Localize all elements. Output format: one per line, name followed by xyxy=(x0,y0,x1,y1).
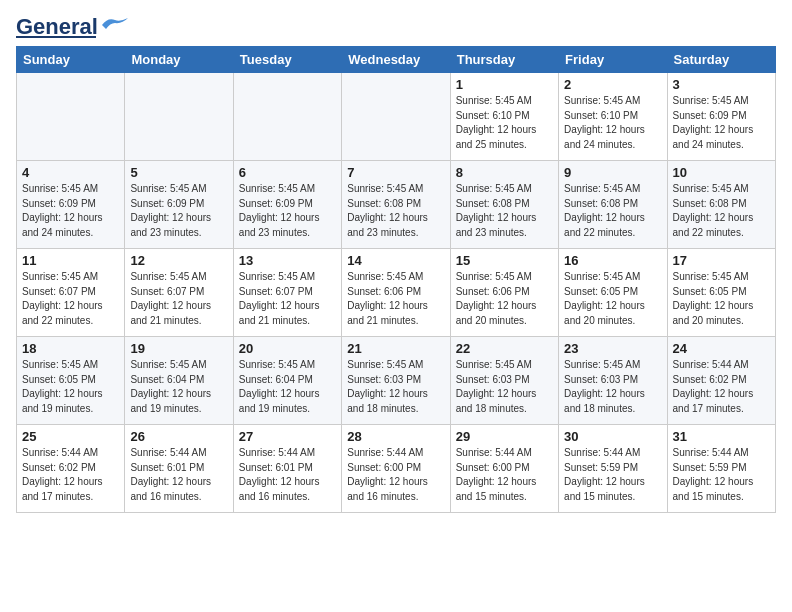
day-cell-24: 24Sunrise: 5:44 AM Sunset: 6:02 PM Dayli… xyxy=(667,337,775,425)
day-cell-2: 2Sunrise: 5:45 AM Sunset: 6:10 PM Daylig… xyxy=(559,73,667,161)
weekday-header-sunday: Sunday xyxy=(17,47,125,73)
day-info: Sunrise: 5:45 AM Sunset: 6:09 PM Dayligh… xyxy=(673,94,770,152)
page-header: General xyxy=(16,16,776,38)
day-cell-3: 3Sunrise: 5:45 AM Sunset: 6:09 PM Daylig… xyxy=(667,73,775,161)
logo-general: General xyxy=(16,16,98,38)
day-cell-31: 31Sunrise: 5:44 AM Sunset: 5:59 PM Dayli… xyxy=(667,425,775,513)
day-cell-27: 27Sunrise: 5:44 AM Sunset: 6:01 PM Dayli… xyxy=(233,425,341,513)
day-number: 3 xyxy=(673,77,770,92)
day-number: 7 xyxy=(347,165,444,180)
day-cell-21: 21Sunrise: 5:45 AM Sunset: 6:03 PM Dayli… xyxy=(342,337,450,425)
day-cell-11: 11Sunrise: 5:45 AM Sunset: 6:07 PM Dayli… xyxy=(17,249,125,337)
day-info: Sunrise: 5:45 AM Sunset: 6:07 PM Dayligh… xyxy=(130,270,227,328)
week-row-5: 25Sunrise: 5:44 AM Sunset: 6:02 PM Dayli… xyxy=(17,425,776,513)
day-number: 12 xyxy=(130,253,227,268)
weekday-header-row: SundayMondayTuesdayWednesdayThursdayFrid… xyxy=(17,47,776,73)
day-cell-10: 10Sunrise: 5:45 AM Sunset: 6:08 PM Dayli… xyxy=(667,161,775,249)
day-cell-1: 1Sunrise: 5:45 AM Sunset: 6:10 PM Daylig… xyxy=(450,73,558,161)
day-cell-29: 29Sunrise: 5:44 AM Sunset: 6:00 PM Dayli… xyxy=(450,425,558,513)
day-info: Sunrise: 5:45 AM Sunset: 6:05 PM Dayligh… xyxy=(673,270,770,328)
day-number: 29 xyxy=(456,429,553,444)
week-row-2: 4Sunrise: 5:45 AM Sunset: 6:09 PM Daylig… xyxy=(17,161,776,249)
day-number: 14 xyxy=(347,253,444,268)
day-number: 1 xyxy=(456,77,553,92)
empty-cell xyxy=(342,73,450,161)
day-info: Sunrise: 5:45 AM Sunset: 6:05 PM Dayligh… xyxy=(564,270,661,328)
day-info: Sunrise: 5:44 AM Sunset: 5:59 PM Dayligh… xyxy=(564,446,661,504)
day-info: Sunrise: 5:44 AM Sunset: 6:00 PM Dayligh… xyxy=(347,446,444,504)
day-number: 19 xyxy=(130,341,227,356)
day-info: Sunrise: 5:45 AM Sunset: 6:08 PM Dayligh… xyxy=(673,182,770,240)
weekday-header-saturday: Saturday xyxy=(667,47,775,73)
day-info: Sunrise: 5:45 AM Sunset: 6:08 PM Dayligh… xyxy=(564,182,661,240)
weekday-header-monday: Monday xyxy=(125,47,233,73)
day-cell-23: 23Sunrise: 5:45 AM Sunset: 6:03 PM Dayli… xyxy=(559,337,667,425)
day-info: Sunrise: 5:45 AM Sunset: 6:09 PM Dayligh… xyxy=(239,182,336,240)
day-number: 2 xyxy=(564,77,661,92)
day-number: 18 xyxy=(22,341,119,356)
day-number: 30 xyxy=(564,429,661,444)
day-number: 16 xyxy=(564,253,661,268)
weekday-header-thursday: Thursday xyxy=(450,47,558,73)
day-info: Sunrise: 5:44 AM Sunset: 6:02 PM Dayligh… xyxy=(673,358,770,416)
day-number: 20 xyxy=(239,341,336,356)
day-number: 23 xyxy=(564,341,661,356)
day-info: Sunrise: 5:44 AM Sunset: 6:02 PM Dayligh… xyxy=(22,446,119,504)
day-cell-9: 9Sunrise: 5:45 AM Sunset: 6:08 PM Daylig… xyxy=(559,161,667,249)
day-info: Sunrise: 5:45 AM Sunset: 6:07 PM Dayligh… xyxy=(22,270,119,328)
day-cell-30: 30Sunrise: 5:44 AM Sunset: 5:59 PM Dayli… xyxy=(559,425,667,513)
day-info: Sunrise: 5:45 AM Sunset: 6:07 PM Dayligh… xyxy=(239,270,336,328)
day-cell-26: 26Sunrise: 5:44 AM Sunset: 6:01 PM Dayli… xyxy=(125,425,233,513)
logo-bird-icon xyxy=(100,15,130,35)
day-cell-17: 17Sunrise: 5:45 AM Sunset: 6:05 PM Dayli… xyxy=(667,249,775,337)
weekday-header-tuesday: Tuesday xyxy=(233,47,341,73)
day-info: Sunrise: 5:45 AM Sunset: 6:03 PM Dayligh… xyxy=(456,358,553,416)
day-info: Sunrise: 5:44 AM Sunset: 5:59 PM Dayligh… xyxy=(673,446,770,504)
calendar-table: SundayMondayTuesdayWednesdayThursdayFrid… xyxy=(16,46,776,513)
day-number: 11 xyxy=(22,253,119,268)
day-number: 13 xyxy=(239,253,336,268)
day-number: 6 xyxy=(239,165,336,180)
day-info: Sunrise: 5:45 AM Sunset: 6:10 PM Dayligh… xyxy=(456,94,553,152)
empty-cell xyxy=(17,73,125,161)
day-info: Sunrise: 5:45 AM Sunset: 6:03 PM Dayligh… xyxy=(347,358,444,416)
weekday-header-wednesday: Wednesday xyxy=(342,47,450,73)
day-info: Sunrise: 5:45 AM Sunset: 6:10 PM Dayligh… xyxy=(564,94,661,152)
day-info: Sunrise: 5:45 AM Sunset: 6:08 PM Dayligh… xyxy=(347,182,444,240)
day-number: 4 xyxy=(22,165,119,180)
weekday-header-friday: Friday xyxy=(559,47,667,73)
day-cell-20: 20Sunrise: 5:45 AM Sunset: 6:04 PM Dayli… xyxy=(233,337,341,425)
day-info: Sunrise: 5:45 AM Sunset: 6:03 PM Dayligh… xyxy=(564,358,661,416)
day-number: 26 xyxy=(130,429,227,444)
day-info: Sunrise: 5:45 AM Sunset: 6:06 PM Dayligh… xyxy=(347,270,444,328)
day-info: Sunrise: 5:45 AM Sunset: 6:06 PM Dayligh… xyxy=(456,270,553,328)
day-cell-25: 25Sunrise: 5:44 AM Sunset: 6:02 PM Dayli… xyxy=(17,425,125,513)
day-info: Sunrise: 5:45 AM Sunset: 6:09 PM Dayligh… xyxy=(22,182,119,240)
day-cell-19: 19Sunrise: 5:45 AM Sunset: 6:04 PM Dayli… xyxy=(125,337,233,425)
day-cell-28: 28Sunrise: 5:44 AM Sunset: 6:00 PM Dayli… xyxy=(342,425,450,513)
day-number: 27 xyxy=(239,429,336,444)
day-cell-5: 5Sunrise: 5:45 AM Sunset: 6:09 PM Daylig… xyxy=(125,161,233,249)
day-info: Sunrise: 5:45 AM Sunset: 6:04 PM Dayligh… xyxy=(239,358,336,416)
day-number: 8 xyxy=(456,165,553,180)
day-number: 21 xyxy=(347,341,444,356)
logo: General xyxy=(16,16,130,38)
day-cell-13: 13Sunrise: 5:45 AM Sunset: 6:07 PM Dayli… xyxy=(233,249,341,337)
day-number: 25 xyxy=(22,429,119,444)
day-cell-16: 16Sunrise: 5:45 AM Sunset: 6:05 PM Dayli… xyxy=(559,249,667,337)
empty-cell xyxy=(125,73,233,161)
day-cell-22: 22Sunrise: 5:45 AM Sunset: 6:03 PM Dayli… xyxy=(450,337,558,425)
week-row-1: 1Sunrise: 5:45 AM Sunset: 6:10 PM Daylig… xyxy=(17,73,776,161)
day-number: 24 xyxy=(673,341,770,356)
day-cell-4: 4Sunrise: 5:45 AM Sunset: 6:09 PM Daylig… xyxy=(17,161,125,249)
day-info: Sunrise: 5:44 AM Sunset: 6:01 PM Dayligh… xyxy=(239,446,336,504)
day-cell-18: 18Sunrise: 5:45 AM Sunset: 6:05 PM Dayli… xyxy=(17,337,125,425)
day-cell-12: 12Sunrise: 5:45 AM Sunset: 6:07 PM Dayli… xyxy=(125,249,233,337)
day-number: 9 xyxy=(564,165,661,180)
week-row-3: 11Sunrise: 5:45 AM Sunset: 6:07 PM Dayli… xyxy=(17,249,776,337)
day-cell-7: 7Sunrise: 5:45 AM Sunset: 6:08 PM Daylig… xyxy=(342,161,450,249)
day-info: Sunrise: 5:44 AM Sunset: 6:00 PM Dayligh… xyxy=(456,446,553,504)
day-cell-6: 6Sunrise: 5:45 AM Sunset: 6:09 PM Daylig… xyxy=(233,161,341,249)
day-number: 28 xyxy=(347,429,444,444)
day-info: Sunrise: 5:44 AM Sunset: 6:01 PM Dayligh… xyxy=(130,446,227,504)
